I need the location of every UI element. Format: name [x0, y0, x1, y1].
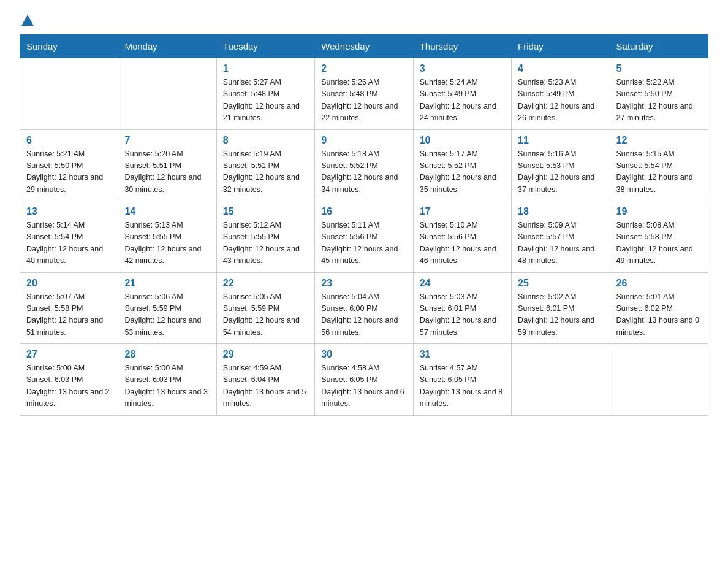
day-info: Sunrise: 5:16 AM Sunset: 5:53 PM Dayligh… [518, 148, 603, 196]
calendar-cell: 1Sunrise: 5:27 AM Sunset: 5:48 PM Daylig… [216, 58, 314, 130]
calendar-cell: 26Sunrise: 5:01 AM Sunset: 6:02 PM Dayli… [610, 272, 708, 344]
day-number: 1 [223, 63, 308, 74]
header-saturday: Saturday [610, 35, 708, 58]
calendar-cell: 25Sunrise: 5:02 AM Sunset: 6:01 PM Dayli… [512, 272, 610, 344]
calendar-table: SundayMondayTuesdayWednesdayThursdayFrid… [20, 34, 708, 416]
day-number: 9 [321, 135, 406, 146]
day-number: 28 [124, 349, 210, 360]
header-thursday: Thursday [413, 35, 511, 58]
day-info: Sunrise: 5:26 AM Sunset: 5:48 PM Dayligh… [321, 77, 406, 124]
calendar-cell: 6Sunrise: 5:21 AM Sunset: 5:50 PM Daylig… [20, 129, 118, 201]
calendar-cell [118, 58, 216, 130]
page-header [20, 15, 708, 27]
calendar-cell: 9Sunrise: 5:18 AM Sunset: 5:52 PM Daylig… [315, 129, 413, 201]
calendar-cell: 14Sunrise: 5:13 AM Sunset: 5:55 PM Dayli… [118, 201, 216, 273]
day-info: Sunrise: 5:04 AM Sunset: 6:00 PM Dayligh… [321, 291, 406, 339]
logo-triangle-icon [21, 15, 34, 26]
calendar-cell: 23Sunrise: 5:04 AM Sunset: 6:00 PM Dayli… [315, 272, 413, 344]
day-number: 16 [321, 206, 406, 217]
day-number: 12 [616, 135, 702, 146]
header-friday: Friday [512, 35, 610, 58]
day-number: 19 [616, 206, 702, 217]
calendar-cell: 30Sunrise: 4:58 AM Sunset: 6:05 PM Dayli… [315, 344, 413, 416]
logo [20, 15, 34, 27]
header-wednesday: Wednesday [315, 35, 413, 58]
calendar-cell: 19Sunrise: 5:08 AM Sunset: 5:58 PM Dayli… [610, 201, 708, 273]
calendar-cell: 31Sunrise: 4:57 AM Sunset: 6:05 PM Dayli… [413, 344, 511, 416]
calendar-cell: 3Sunrise: 5:24 AM Sunset: 5:49 PM Daylig… [413, 58, 511, 130]
calendar-cell: 18Sunrise: 5:09 AM Sunset: 5:57 PM Dayli… [512, 201, 610, 273]
week-row-3: 13Sunrise: 5:14 AM Sunset: 5:54 PM Dayli… [20, 201, 708, 273]
day-number: 7 [124, 135, 210, 146]
day-info: Sunrise: 5:07 AM Sunset: 5:58 PM Dayligh… [26, 291, 112, 339]
calendar-cell [20, 58, 118, 130]
day-number: 27 [26, 349, 112, 360]
day-info: Sunrise: 5:24 AM Sunset: 5:49 PM Dayligh… [420, 77, 505, 124]
day-info: Sunrise: 5:08 AM Sunset: 5:58 PM Dayligh… [616, 220, 702, 267]
day-info: Sunrise: 5:06 AM Sunset: 5:59 PM Dayligh… [124, 291, 210, 339]
calendar-cell: 29Sunrise: 4:59 AM Sunset: 6:04 PM Dayli… [216, 344, 314, 416]
calendar-cell: 15Sunrise: 5:12 AM Sunset: 5:55 PM Dayli… [216, 201, 314, 273]
calendar-cell: 11Sunrise: 5:16 AM Sunset: 5:53 PM Dayli… [512, 129, 610, 201]
day-info: Sunrise: 5:22 AM Sunset: 5:50 PM Dayligh… [616, 77, 702, 124]
day-info: Sunrise: 5:17 AM Sunset: 5:52 PM Dayligh… [420, 148, 505, 196]
day-number: 2 [321, 63, 406, 74]
calendar-cell: 21Sunrise: 5:06 AM Sunset: 5:59 PM Dayli… [118, 272, 216, 344]
day-number: 29 [223, 349, 308, 360]
day-info: Sunrise: 5:23 AM Sunset: 5:49 PM Dayligh… [518, 77, 603, 124]
week-row-4: 20Sunrise: 5:07 AM Sunset: 5:58 PM Dayli… [20, 272, 708, 344]
day-number: 22 [223, 278, 308, 289]
day-info: Sunrise: 5:15 AM Sunset: 5:54 PM Dayligh… [616, 148, 702, 196]
day-info: Sunrise: 5:12 AM Sunset: 5:55 PM Dayligh… [223, 220, 308, 267]
calendar-cell: 2Sunrise: 5:26 AM Sunset: 5:48 PM Daylig… [315, 58, 413, 130]
day-number: 25 [518, 278, 603, 289]
day-number: 6 [26, 135, 112, 146]
day-info: Sunrise: 5:05 AM Sunset: 5:59 PM Dayligh… [223, 291, 308, 339]
header-monday: Monday [118, 35, 216, 58]
calendar-cell: 17Sunrise: 5:10 AM Sunset: 5:56 PM Dayli… [413, 201, 511, 273]
day-number: 11 [518, 135, 603, 146]
calendar-cell: 8Sunrise: 5:19 AM Sunset: 5:51 PM Daylig… [216, 129, 314, 201]
calendar-cell: 13Sunrise: 5:14 AM Sunset: 5:54 PM Dayli… [20, 201, 118, 273]
calendar-cell: 22Sunrise: 5:05 AM Sunset: 5:59 PM Dayli… [216, 272, 314, 344]
day-info: Sunrise: 4:57 AM Sunset: 6:05 PM Dayligh… [420, 362, 505, 410]
calendar-cell: 16Sunrise: 5:11 AM Sunset: 5:56 PM Dayli… [315, 201, 413, 273]
calendar-cell: 12Sunrise: 5:15 AM Sunset: 5:54 PM Dayli… [610, 129, 708, 201]
day-info: Sunrise: 5:18 AM Sunset: 5:52 PM Dayligh… [321, 148, 406, 196]
calendar-cell: 7Sunrise: 5:20 AM Sunset: 5:51 PM Daylig… [118, 129, 216, 201]
day-number: 3 [420, 63, 505, 74]
calendar-cell: 27Sunrise: 5:00 AM Sunset: 6:03 PM Dayli… [20, 344, 118, 416]
day-info: Sunrise: 5:09 AM Sunset: 5:57 PM Dayligh… [518, 220, 603, 267]
day-number: 17 [420, 206, 505, 217]
day-info: Sunrise: 4:59 AM Sunset: 6:04 PM Dayligh… [223, 362, 308, 410]
week-row-5: 27Sunrise: 5:00 AM Sunset: 6:03 PM Dayli… [20, 344, 708, 416]
calendar-cell [512, 344, 610, 416]
day-info: Sunrise: 5:01 AM Sunset: 6:02 PM Dayligh… [616, 291, 702, 339]
day-number: 10 [420, 135, 505, 146]
day-number: 18 [518, 206, 603, 217]
day-number: 14 [124, 206, 210, 217]
calendar-cell: 4Sunrise: 5:23 AM Sunset: 5:49 PM Daylig… [512, 58, 610, 130]
day-number: 8 [223, 135, 308, 146]
calendar-cell: 10Sunrise: 5:17 AM Sunset: 5:52 PM Dayli… [413, 129, 511, 201]
calendar-cell: 5Sunrise: 5:22 AM Sunset: 5:50 PM Daylig… [610, 58, 708, 130]
day-number: 20 [26, 278, 112, 289]
day-info: Sunrise: 5:00 AM Sunset: 6:03 PM Dayligh… [26, 362, 112, 410]
day-number: 24 [420, 278, 505, 289]
day-info: Sunrise: 5:20 AM Sunset: 5:51 PM Dayligh… [124, 148, 210, 196]
day-info: Sunrise: 5:13 AM Sunset: 5:55 PM Dayligh… [124, 220, 210, 267]
header-sunday: Sunday [20, 35, 118, 58]
day-info: Sunrise: 5:21 AM Sunset: 5:50 PM Dayligh… [26, 148, 112, 196]
day-number: 15 [223, 206, 308, 217]
day-info: Sunrise: 5:00 AM Sunset: 6:03 PM Dayligh… [124, 362, 210, 410]
day-info: Sunrise: 5:11 AM Sunset: 5:56 PM Dayligh… [321, 220, 406, 267]
calendar-header-row: SundayMondayTuesdayWednesdayThursdayFrid… [20, 35, 708, 58]
day-number: 23 [321, 278, 406, 289]
day-info: Sunrise: 5:03 AM Sunset: 6:01 PM Dayligh… [420, 291, 505, 339]
week-row-2: 6Sunrise: 5:21 AM Sunset: 5:50 PM Daylig… [20, 129, 708, 201]
calendar-cell [610, 344, 708, 416]
day-info: Sunrise: 5:19 AM Sunset: 5:51 PM Dayligh… [223, 148, 308, 196]
day-number: 26 [616, 278, 702, 289]
day-info: Sunrise: 4:58 AM Sunset: 6:05 PM Dayligh… [321, 362, 406, 410]
header-tuesday: Tuesday [216, 35, 314, 58]
